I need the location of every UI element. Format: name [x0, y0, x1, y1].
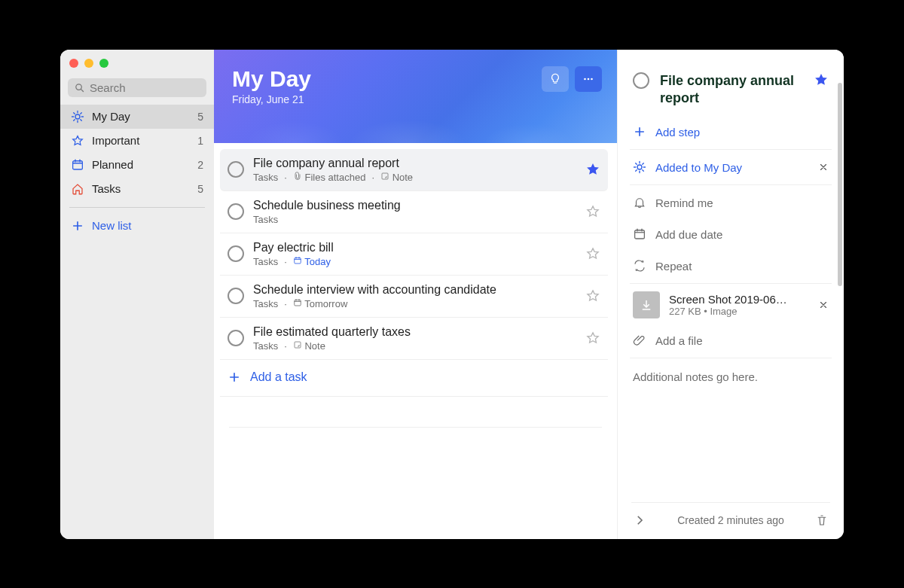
- remind-me-row[interactable]: Remind me: [631, 187, 830, 218]
- repeat-row[interactable]: Repeat: [631, 250, 830, 282]
- repeat-label: Repeat: [655, 260, 692, 273]
- remove-file-button[interactable]: [818, 300, 829, 310]
- task-meta: Tasks Today: [253, 256, 576, 267]
- new-list-label: New list: [92, 219, 132, 232]
- add-file-row[interactable]: Add a file: [631, 324, 830, 356]
- scrollbar[interactable]: [838, 83, 842, 286]
- repeat-icon: [633, 259, 646, 273]
- task-row[interactable]: Pay electric billTasks Today: [220, 233, 608, 276]
- calendar-icon: [633, 227, 646, 241]
- list-header: My Day Friday, June 21: [214, 50, 617, 143]
- added-my-day-label: Added to My Day: [655, 161, 742, 174]
- star-toggle[interactable]: [585, 288, 600, 303]
- nav-label: My Day: [92, 110, 130, 123]
- plus-icon: [71, 219, 84, 233]
- hide-detail-button[interactable]: [633, 513, 646, 527]
- task-list: File company annual reportTasks Files at…: [214, 143, 617, 397]
- task-title: File company annual report: [253, 157, 576, 170]
- main-pane: My Day Friday, June 21 File company annu…: [214, 50, 618, 539]
- task-row[interactable]: File estimated quarterly taxesTasks Note: [220, 318, 608, 360]
- nav-label: Important: [92, 134, 139, 147]
- complete-checkbox[interactable]: [228, 161, 244, 178]
- complete-checkbox[interactable]: [228, 288, 244, 304]
- star-toggle[interactable]: [585, 162, 600, 177]
- sun-icon: [633, 160, 646, 174]
- sidebar: Search My Day 5 Important 1 Planned 2 Ta…: [60, 50, 214, 539]
- task-meta: Tasks Tomorrow: [253, 298, 576, 309]
- new-list-button[interactable]: New list: [60, 214, 214, 238]
- file-name: Screen Shot 2019-06-21…: [669, 293, 789, 306]
- task-meta: Tasks Files attached Note: [253, 172, 576, 183]
- remind-label: Remind me: [655, 197, 713, 209]
- task-meta: Tasks: [253, 214, 576, 225]
- paperclip-icon: [633, 334, 646, 347]
- bulb-icon: [548, 72, 562, 86]
- task-title: Schedule business meeting: [253, 199, 576, 212]
- due-label: Add due date: [655, 228, 722, 241]
- nav-item-planned[interactable]: Planned 2: [60, 153, 214, 177]
- close-window-button[interactable]: [69, 59, 78, 68]
- list-date: Friday, June 21: [232, 93, 599, 105]
- nav-label: Planned: [92, 158, 133, 171]
- plus-icon: [633, 125, 646, 139]
- complete-checkbox[interactable]: [228, 203, 244, 220]
- add-task-label: Add a task: [250, 370, 307, 384]
- star-toggle[interactable]: [585, 331, 600, 346]
- calendar-icon: [71, 158, 84, 172]
- attached-file-row[interactable]: Screen Shot 2019-06-21… 227 KB • Image: [631, 285, 830, 324]
- nav-item-tasks[interactable]: Tasks 5: [60, 177, 214, 201]
- divider: [69, 207, 205, 208]
- nav-item-my-day[interactable]: My Day 5: [60, 105, 214, 129]
- remove-from-my-day-button[interactable]: [818, 162, 829, 172]
- task-title: File estimated quarterly taxes: [253, 325, 576, 339]
- search-placeholder: Search: [90, 81, 126, 94]
- nav-count: 5: [197, 183, 203, 195]
- star-toggle[interactable]: [585, 246, 600, 261]
- minimize-window-button[interactable]: [84, 59, 93, 68]
- detail-title[interactable]: File company annual report: [660, 72, 803, 108]
- complete-checkbox[interactable]: [228, 245, 244, 262]
- search-input[interactable]: Search: [68, 78, 206, 97]
- nav-count: 1: [197, 135, 203, 147]
- task-row[interactable]: Schedule business meetingTasks: [220, 191, 608, 233]
- task-row[interactable]: Schedule interview with accounting candi…: [220, 276, 608, 318]
- file-subtext: 227 KB • Image: [669, 306, 789, 317]
- home-icon: [71, 182, 84, 196]
- add-step-button[interactable]: Add step: [631, 116, 830, 148]
- added-to-my-day-row[interactable]: Added to My Day: [631, 151, 830, 183]
- complete-checkbox[interactable]: [228, 330, 244, 346]
- window-controls: [60, 56, 214, 78]
- delete-task-button[interactable]: [815, 513, 829, 527]
- complete-checkbox[interactable]: [633, 72, 649, 89]
- add-due-date-row[interactable]: Add due date: [631, 218, 830, 250]
- nav-count: 2: [197, 159, 203, 171]
- task-notes[interactable]: Additional notes go here.: [631, 360, 830, 394]
- sun-icon: [71, 110, 84, 123]
- add-step-label: Add step: [655, 126, 700, 139]
- detail-pane: File company annual report Add step Adde…: [618, 50, 844, 539]
- task-row[interactable]: File company annual reportTasks Files at…: [220, 149, 608, 191]
- list-options-button[interactable]: [575, 66, 602, 92]
- download-icon: [633, 291, 660, 318]
- star-outline-icon: [71, 134, 84, 148]
- task-title: Schedule interview with accounting candi…: [253, 283, 576, 297]
- app-window: Search My Day 5 Important 1 Planned 2 Ta…: [60, 50, 844, 539]
- task-meta: Tasks Note: [253, 340, 576, 352]
- add-file-label: Add a file: [655, 334, 703, 347]
- star-toggle[interactable]: [585, 204, 600, 219]
- suggestions-button[interactable]: [542, 66, 569, 92]
- nav-count: 5: [197, 111, 203, 123]
- nav-item-important[interactable]: Important 1: [60, 129, 214, 153]
- divider: [229, 427, 602, 428]
- nav-list: My Day 5 Important 1 Planned 2 Tasks 5: [60, 105, 214, 201]
- created-label: Created 2 minutes ago: [677, 514, 784, 526]
- search-icon: [74, 82, 85, 93]
- task-title: Pay electric bill: [253, 241, 576, 254]
- add-task-input[interactable]: Add a task: [220, 360, 608, 397]
- bell-icon: [633, 196, 646, 209]
- star-toggle[interactable]: [814, 72, 829, 87]
- more-icon: [582, 72, 595, 86]
- plus-icon: [228, 370, 241, 384]
- zoom-window-button[interactable]: [99, 59, 108, 68]
- nav-label: Tasks: [92, 182, 121, 195]
